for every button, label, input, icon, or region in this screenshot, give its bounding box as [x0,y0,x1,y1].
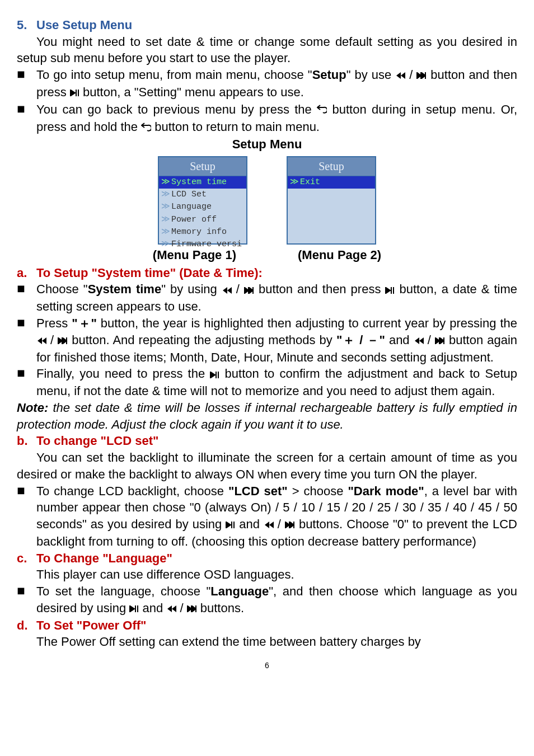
next-icon [435,332,445,349]
prev-icon [264,516,274,533]
next-icon [58,332,68,349]
bullet-text: You can go back to previous menu by pres… [36,101,517,136]
play-pause-icon [129,600,139,617]
square-bullet-icon: ◼ [17,67,36,82]
bullet-text: To change LCD backlight, choose "LCD set… [36,483,517,550]
square-bullet-icon: ◼ [17,101,36,116]
bullet-item: ◼ Finally, you need to press the button … [17,365,517,400]
section-heading: 5.Use Setup Menu [17,17,517,34]
square-bullet-icon: ◼ [17,315,36,330]
subsection-b-intro: You can set the backlight to illuminate … [17,449,517,482]
next-icon [187,600,197,617]
menu-screenshots: Setup ≫System time ≫LCD Set ≫Language ≫P… [17,156,517,245]
intro-paragraph: You might need to set date & time or cha… [17,34,517,67]
back-icon [317,101,327,118]
menu-item: ≫LCD Set [159,189,246,201]
menu-page-2: Setup ≫Exit [287,156,376,245]
prev-icon [414,332,424,349]
play-pause-icon [226,516,235,533]
menu-item: ≫Language [159,201,246,213]
prev-icon [166,600,176,617]
menu-item-selected: ≫System time [159,176,246,189]
menu-item: ≫Power off [159,214,246,226]
bullet-text: Press "＋" button, the year is highlighte… [36,315,517,365]
menu-caption-1: (Menu Page 1) [153,247,236,264]
menu-caption-2: (Menu Page 2) [298,247,381,264]
menu-title: Setup [288,157,375,176]
bullet-item: ◼ You can go back to previous menu by pr… [17,101,517,136]
subsection-c-heading: c.To Change "Language" [17,550,517,567]
play-pause-icon [210,366,219,383]
note-label: Note: [17,401,48,415]
next-icon [285,516,295,533]
play-pause-icon [70,84,79,101]
subsection-c-intro: This player can use difference OSD langu… [17,566,517,583]
next-icon [416,67,427,83]
menu-title: Setup [159,157,246,176]
section-number: 5. [17,17,36,34]
square-bullet-icon: ◼ [17,281,36,296]
bullet-text: Choose "System time" by using / button a… [36,281,517,315]
menu-item: ≫Memory info [159,226,246,238]
prev-icon [395,67,405,83]
menu-page-1: Setup ≫System time ≫LCD Set ≫Language ≫P… [158,156,247,245]
bullet-text: Finally, you need to press the button to… [36,365,517,400]
bullet-text: To set the language, choose "Language", … [36,583,517,617]
note-text: the set date & time will be losses if in… [17,401,517,431]
square-bullet-icon: ◼ [17,365,36,381]
square-bullet-icon: ◼ [17,583,36,598]
subsection-d-heading: d.To Set "Power Off" [17,617,517,634]
prev-icon [36,332,46,349]
next-icon [244,281,254,298]
square-bullet-icon: ◼ [17,483,36,498]
page-number: 6 [17,660,517,671]
bullet-item: ◼ Press "＋" button, the year is highligh… [17,315,517,365]
subsection-d-intro: The Power Off setting can extend the tim… [17,633,517,650]
back-icon [141,119,151,136]
subsection-a-heading: a.To Setup "System time" (Date & Time): [17,265,517,281]
note-paragraph: Note: the set date & time will be losses… [17,400,517,433]
bullet-item: ◼ To go into setup menu, from main menu,… [17,67,517,101]
setup-menu-title: Setup Menu [17,136,517,153]
play-pause-icon [385,281,395,298]
section-title: Use Setup Menu [36,18,132,32]
menu-captions: (Menu Page 1) (Menu Page 2) [17,247,517,264]
bullet-item: ◼ To set the language, choose "Language"… [17,583,517,617]
bullet-item: ◼ Choose "System time" by using / button… [17,281,517,315]
menu-item-selected: ≫Exit [288,176,375,189]
bullet-text: To go into setup menu, from main menu, c… [36,67,517,101]
bullet-item: ◼ To change LCD backlight, choose "LCD s… [17,483,517,550]
prev-icon [222,281,232,298]
subsection-b-heading: b.To change "LCD set" [17,433,517,449]
